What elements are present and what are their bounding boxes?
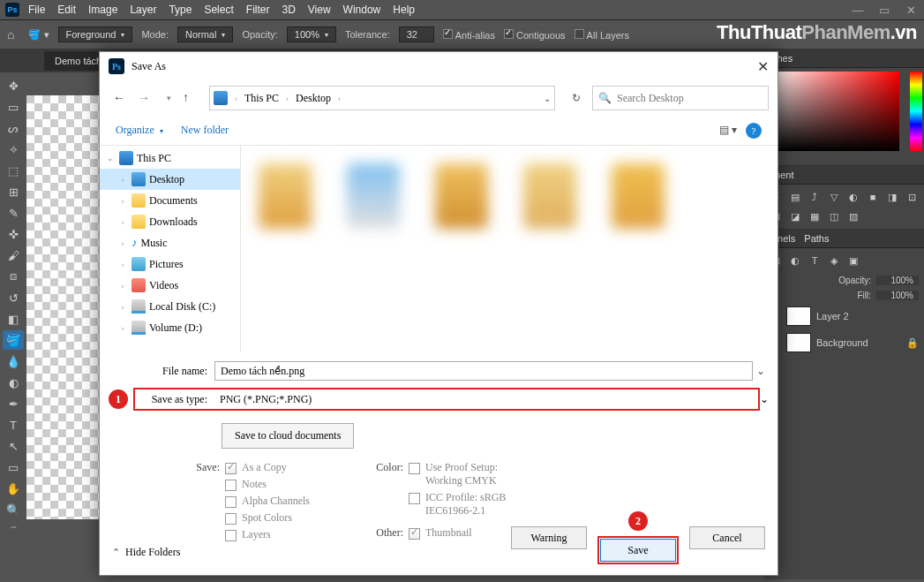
antialias-checkbox[interactable]: Anti-alias (443, 29, 495, 41)
nav-up-button[interactable]: ↑ (183, 91, 200, 105)
hand-tool[interactable]: ✋ (3, 479, 24, 498)
adj-threshold-icon[interactable]: ◫ (827, 209, 841, 223)
frame-tool[interactable]: ⊞ (3, 182, 24, 201)
tree-pictures[interactable]: ›Pictures (100, 253, 240, 275)
crop-tool[interactable]: ⬚ (3, 161, 24, 180)
tree-downloads[interactable]: ›Downloads (100, 211, 240, 232)
adj-photo-filter-icon[interactable]: ⊡ (905, 190, 919, 204)
tree-desktop[interactable]: ›Desktop (100, 169, 240, 190)
eraser-tool[interactable]: ◧ (3, 309, 24, 329)
save-to-cloud-button[interactable]: Save to cloud documents (222, 423, 354, 449)
layer-row-layer2[interactable]: 👁Layer 2 (763, 303, 924, 329)
adj-curves-icon[interactable]: ⤴ (808, 190, 822, 204)
file-item[interactable] (347, 163, 400, 229)
brush-tool[interactable]: 🖌 (3, 246, 24, 265)
adj-poster-icon[interactable]: ▦ (808, 209, 822, 223)
adj-levels-icon[interactable]: ▤ (788, 190, 802, 204)
home-icon[interactable]: ⌂ (7, 27, 14, 42)
move-tool[interactable]: ✥ (3, 76, 24, 95)
history-brush-tool[interactable]: ↺ (3, 288, 24, 307)
layer-fill-value[interactable]: 100% (876, 291, 919, 300)
menu-view[interactable]: View (308, 4, 331, 16)
eyedropper-tool[interactable]: ✎ (3, 203, 24, 223)
menu-edit[interactable]: Edit (57, 4, 76, 16)
bucket-tool-icon[interactable]: 🪣 ▾ (28, 29, 49, 41)
refresh-button[interactable]: ↻ (564, 86, 589, 110)
stamp-tool[interactable]: ⧈ (3, 267, 24, 286)
adj-exposure-icon[interactable]: ▽ (827, 190, 841, 204)
tree-disk-d[interactable]: ›Volume (D:) (100, 317, 240, 338)
dodge-tool[interactable]: ◐ (3, 373, 24, 392)
crumb-this-pc[interactable]: This PC (244, 92, 279, 105)
menu-select[interactable]: Select (204, 4, 233, 16)
contiguous-checkbox[interactable]: Contiguous (504, 29, 566, 41)
window-maximize[interactable]: ▭ (871, 1, 898, 19)
file-item[interactable] (435, 163, 488, 229)
cancel-button[interactable]: Cancel (689, 526, 765, 549)
tree-music[interactable]: ›♪Music (100, 232, 240, 253)
nav-forward-button[interactable]: → (133, 91, 154, 105)
hide-folders-toggle[interactable]: ⌃ Hide Folders (112, 546, 180, 559)
mode-dropdown[interactable]: Normal▾ (177, 26, 233, 42)
adj-vibrance-icon[interactable]: ◐ (846, 190, 860, 204)
new-folder-button[interactable]: New folder (181, 124, 229, 137)
window-minimize[interactable]: — (845, 1, 871, 19)
file-pane[interactable] (241, 146, 778, 352)
dialog-close-button[interactable]: ✕ (757, 58, 769, 75)
type-tool[interactable]: T (3, 415, 24, 435)
shape-filter-icon[interactable]: ◈ (827, 253, 841, 268)
savetype-dropdown[interactable]: PNG (*.PNG;*.PNG) (214, 389, 758, 409)
tree-videos[interactable]: ›Videos (100, 275, 240, 296)
mask-icon[interactable]: ◐ (788, 253, 802, 268)
opacity-value[interactable]: 100%▾ (287, 26, 336, 42)
type-filter-icon[interactable]: T (808, 253, 822, 268)
adj-hue-icon[interactable]: ■ (866, 190, 880, 204)
adj-map-icon[interactable]: ▨ (846, 209, 860, 223)
foreground-dropdown[interactable]: Foreground▾ (58, 26, 133, 42)
tree-this-pc[interactable]: ⌄This PC (100, 147, 240, 169)
menu-image[interactable]: Image (88, 4, 117, 16)
menu-type[interactable]: Type (169, 4, 192, 16)
window-close[interactable]: ✕ (898, 1, 924, 19)
thumbnail-checkbox[interactable] (409, 528, 420, 540)
heal-tool[interactable]: ✜ (3, 224, 24, 244)
adj-bw-icon[interactable]: ◨ (885, 190, 899, 204)
menu-3d[interactable]: 3D (282, 4, 295, 16)
view-mode-button[interactable]: ▤ ▾ (719, 124, 737, 137)
edit-toolbar-button[interactable]: ••• (11, 523, 15, 531)
help-button[interactable]: ? (746, 123, 762, 139)
zoom-tool[interactable]: 🔍 (3, 500, 24, 519)
crumb-desktop[interactable]: Desktop (296, 92, 331, 105)
tree-disk-c[interactable]: ›Local Disk (C:) (100, 296, 240, 317)
lasso-tool[interactable]: ᔕ (3, 118, 24, 138)
paths-tab[interactable]: Paths (804, 233, 829, 244)
save-button[interactable]: Save (600, 539, 676, 562)
smart-filter-icon[interactable]: ▣ (846, 253, 860, 268)
lock-icon[interactable]: 🔒 (906, 337, 919, 349)
menu-file[interactable]: File (28, 4, 45, 16)
organize-button[interactable]: Organize▾ (116, 124, 163, 137)
filename-dropdown[interactable]: ⌄ (753, 365, 769, 378)
pen-tool[interactable]: ✒ (3, 394, 24, 413)
paint-bucket-tool[interactable]: 🪣 (3, 330, 24, 350)
path-select-tool[interactable]: ↖ (3, 436, 24, 456)
color-picker-box[interactable] (767, 72, 899, 151)
layer-row-background[interactable]: 👁Background🔒 (763, 329, 924, 356)
nav-recent-button[interactable]: ▾ (158, 94, 179, 102)
nav-back-button[interactable]: ← (109, 91, 130, 105)
warning-button[interactable]: Warning (511, 526, 587, 549)
file-item[interactable] (523, 163, 576, 229)
file-item[interactable] (259, 163, 312, 229)
menu-layer[interactable]: Layer (130, 4, 156, 16)
savetype-caret[interactable]: ⌄ (760, 393, 769, 406)
hue-slider[interactable] (910, 72, 922, 151)
file-item[interactable] (612, 163, 665, 229)
menu-help[interactable]: Help (393, 4, 415, 16)
menu-window[interactable]: Window (343, 4, 381, 16)
marquee-tool[interactable]: ▭ (3, 97, 24, 117)
shape-tool[interactable]: ▭ (3, 457, 24, 477)
search-input[interactable]: 🔍 Search Desktop (592, 86, 769, 110)
blur-tool[interactable]: 💧 (3, 351, 24, 371)
tolerance-value[interactable]: 32 (399, 26, 434, 42)
breadcrumb-bar[interactable]: › This PC › Desktop › ⌄ (209, 86, 555, 110)
